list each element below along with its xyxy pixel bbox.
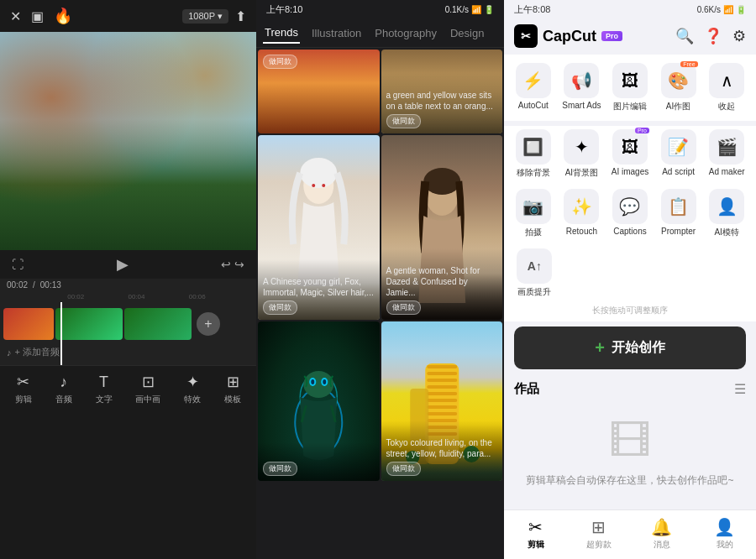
tool-prompter[interactable]: 📋 Prompter	[656, 185, 701, 242]
tool-quality[interactable]: A↑ 画质提升	[511, 245, 559, 301]
close-icon[interactable]: ✕	[10, 8, 21, 24]
editor-controls-bar: ⛶ ▶ ↩ ↪	[0, 250, 256, 279]
svg-point-8	[303, 371, 333, 398]
tool-retouch[interactable]: ✨ Retouch	[559, 185, 605, 242]
tab-trends[interactable]: Trends	[263, 23, 300, 44]
tab-photography[interactable]: Photography	[373, 24, 438, 43]
resolution-arrow: ▾	[218, 11, 223, 22]
tool-ai-bg[interactable]: ✦ AI背景图	[559, 126, 605, 182]
track-clip-3[interactable]	[124, 308, 192, 340]
capcut-pro-badge: Pro	[601, 31, 622, 41]
feed-grid: 做同款 a green and yellow vase sits on a ta…	[256, 48, 504, 483]
nav-item-templates[interactable]: ⊞ 超剪款	[578, 517, 620, 551]
tool-ai-images[interactable]: 🖼 Pro AI images	[607, 126, 653, 182]
tool-remove-bg[interactable]: 🔲 移除背景	[511, 126, 556, 182]
tab-design[interactable]: Design	[449, 24, 486, 43]
card-overlay-5: 做同款	[258, 442, 380, 481]
search-icon[interactable]: 🔍	[675, 27, 694, 45]
video-editor-panel: ✕ ▣ 🔥 1080P ▾ ⬆ ⛶ ▶ ↩ ↪ 00:02 / 00:1	[0, 0, 256, 559]
cut-icon: ✂	[17, 373, 29, 391]
toolbar-item-effects[interactable]: ✦ 特效	[184, 373, 201, 405]
nav-item-profile[interactable]: 👤 我的	[704, 517, 746, 551]
fullscreen-icon[interactable]: ⛶	[12, 258, 24, 271]
card-overlay-6: Tokyo coloured living, on the street, ye…	[381, 421, 503, 481]
captions-icon-box: 💬	[612, 189, 648, 224]
tool-camera[interactable]: 📷 拍摄	[511, 185, 556, 242]
add-clip-button[interactable]: +	[197, 312, 220, 336]
tool-collapse[interactable]: ∧ 收起	[704, 60, 749, 116]
tool-ai-art[interactable]: 🎨 Free AI作图	[656, 60, 701, 116]
toolbar-item-pip[interactable]: ⊡ 画中画	[135, 373, 160, 405]
feed-card-6[interactable]: Tokyo coloured living, on the street, ye…	[381, 321, 503, 481]
time-code: 00:02 / 00:13	[7, 280, 61, 290]
feed-card-5[interactable]: 做同款	[258, 321, 380, 481]
feed-card-4[interactable]: A gentle woman, Shot for Dazed & Confuse…	[381, 135, 503, 320]
tool-ad-maker[interactable]: 🎬 Ad maker	[704, 126, 749, 182]
upload-icon[interactable]: ⬆	[235, 8, 246, 24]
nav-item-cut[interactable]: ✂ 剪辑	[515, 517, 557, 551]
tool-captions[interactable]: 💬 Captions	[607, 185, 653, 242]
tool-autocut[interactable]: ⚡ AutoCut	[511, 60, 556, 116]
redo-icon[interactable]: ↪	[234, 258, 244, 271]
settings-icon[interactable]: ⚙	[732, 27, 746, 45]
create-button[interactable]: + 开始创作	[514, 327, 746, 369]
card-badge-6[interactable]: 做同款	[386, 462, 421, 476]
effects-icon: ✦	[186, 373, 199, 391]
photo-edit-icon: 🖼	[622, 71, 638, 91]
resolution-badge[interactable]: 1080P ▾	[182, 9, 228, 24]
tool-ai-model[interactable]: 👤 AI模特	[704, 185, 749, 242]
tool-photo-edit[interactable]: 🖼 图片编辑	[607, 60, 653, 116]
svg-rect-19	[427, 385, 457, 389]
toolbar-item-audio[interactable]: ♪ 音频	[55, 374, 72, 405]
ai-model-icon-box: 👤	[709, 189, 744, 224]
add-audio-label[interactable]: + 添加音频	[15, 346, 60, 358]
feed-card-1[interactable]: 做同款	[258, 50, 380, 133]
toolbar-item-cut[interactable]: ✂ 剪辑	[15, 373, 32, 405]
works-menu-icon[interactable]: ☰	[734, 381, 746, 397]
undo-icon[interactable]: ↩	[221, 258, 231, 271]
card-badge-3[interactable]: 做同款	[263, 300, 297, 315]
collapse-label: 收起	[718, 101, 735, 112]
svg-point-1	[300, 158, 337, 188]
photo-edit-icon-box: 🖼	[612, 63, 648, 98]
cut-label: 剪辑	[15, 394, 32, 405]
camera-icon: 📷	[522, 196, 543, 217]
capcut-home-panel: 上午8:08 0.6K/s 📶 🔋 ✂ CapCut Pro 🔍 ❓ ⚙ ⚡ A…	[504, 0, 756, 559]
toolbar-item-text[interactable]: T 文字	[96, 374, 113, 405]
ai-images-icon: 🖼	[622, 138, 638, 157]
tools-row-1: ⚡ AutoCut 📢 Smart Ads 🖼 图片编辑 🎨 Free AI作图	[504, 55, 756, 121]
card-title-2: a green and yellow vase sits on a table …	[386, 90, 498, 112]
help-icon[interactable]: ❓	[704, 27, 722, 45]
svg-point-5	[423, 168, 460, 195]
feed-card-3[interactable]: A Chinese young girl, Fox, Immortal, Mag…	[258, 135, 380, 320]
play-button[interactable]: ▶	[117, 255, 129, 274]
tab-illustration[interactable]: Illustration	[310, 24, 363, 43]
capcut-speed: 0.6K/s	[697, 5, 721, 14]
toolbar-item-template[interactable]: ⊞ 模板	[224, 373, 241, 405]
card-badge-4[interactable]: 做同款	[386, 300, 421, 315]
track-clip-2[interactable]	[55, 308, 123, 340]
layout-icon[interactable]: ▣	[31, 8, 44, 24]
card-badge-2[interactable]: 做同款	[386, 114, 421, 128]
create-plus-icon: +	[595, 338, 605, 358]
track-clip-1[interactable]	[3, 308, 54, 340]
feed-statusbar-right: 0.1K/s 📶 🔋	[445, 5, 494, 14]
smartads-label: Smart Ads	[562, 101, 601, 110]
tool-ad-script[interactable]: 📝 Ad script	[656, 126, 701, 182]
ai-images-label: AI images	[612, 167, 648, 176]
svg-rect-17	[427, 372, 457, 375]
undo-redo-group: ↩ ↪	[221, 258, 244, 271]
card-badge-5[interactable]: 做同款	[263, 462, 297, 476]
ad-maker-label: Ad maker	[709, 167, 745, 176]
svg-rect-22	[427, 405, 457, 409]
tool-smartads[interactable]: 📢 Smart Ads	[559, 60, 605, 116]
ai-art-label: AI作图	[666, 101, 690, 112]
feed-card-2[interactable]: a green and yellow vase sits on a table …	[381, 50, 503, 133]
svg-rect-21	[427, 399, 457, 402]
capcut-logo-text: CapCut	[543, 28, 596, 45]
nav-item-messages[interactable]: 🔔 消息	[641, 517, 683, 551]
card-badge-1[interactable]: 做同款	[263, 55, 297, 69]
capcut-statusbar: 上午8:08 0.6K/s 📶 🔋	[504, 0, 756, 19]
total-time: 00:13	[40, 280, 61, 290]
works-title: 作品	[514, 381, 539, 397]
